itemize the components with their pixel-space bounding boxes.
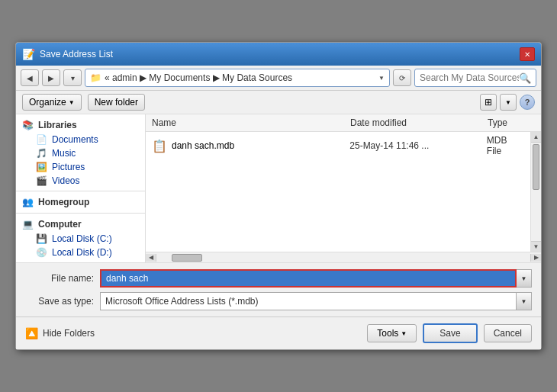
dialog-footer: 🔼 Hide Folders Tools ▼ Save Cancel (16, 316, 541, 349)
scroll-thumb-horiz[interactable] (172, 254, 202, 262)
bottom-fields: File name: ▼ Save as type: Microsoft Off… (16, 262, 541, 316)
pictures-icon: 🖼️ (36, 162, 47, 172)
file-area-container: Name Date modified Type 📋 danh sach.mdb … (146, 114, 541, 262)
view-icon: ⊞ (485, 97, 492, 108)
file-icon: 📋 (152, 139, 167, 153)
computer-icon: 💻 (22, 219, 34, 230)
videos-label: Videos (52, 175, 79, 186)
new-folder-button[interactable]: New folder (88, 94, 145, 111)
action-bar-right: ⊞ ▼ ? (480, 94, 535, 111)
libraries-icon: 📚 (22, 120, 34, 130)
sidebar-divider-1 (16, 191, 145, 191)
breadcrumb[interactable]: 📁 « admin ▶ My Documents ▶ My Data Sourc… (85, 69, 390, 87)
hide-folders-icon: 🔼 (25, 327, 38, 339)
save-as-dropdown[interactable]: Microsoft Office Address Lists (*.mdb) (100, 292, 517, 310)
col-type-header[interactable]: Type (481, 117, 514, 128)
save-button[interactable]: Save (423, 323, 477, 343)
refresh-button[interactable]: ⟳ (393, 69, 411, 86)
search-input[interactable] (420, 72, 519, 83)
sidebar-item-local-disk-c[interactable]: 💾 Local Disk (C:) (16, 232, 145, 246)
breadcrumb-text: « admin ▶ My Documents ▶ My Data Sources (105, 72, 292, 83)
file-name-field[interactable] (100, 269, 517, 288)
sidebar-item-videos[interactable]: 🎬 Videos (16, 174, 145, 188)
title-controls: ✕ (520, 47, 535, 61)
file-name-dropdown-arrow[interactable]: ▼ (517, 269, 532, 288)
title-bar: 📝 Save Address List ✕ (16, 43, 541, 66)
vertical-scrollbar[interactable]: ▲ ▼ (530, 132, 541, 252)
file-name: danh sach.mdb (172, 140, 234, 151)
tools-button[interactable]: Tools ▼ (367, 324, 417, 342)
sidebar-item-local-disk-d[interactable]: 💿 Local Disk (D:) (16, 246, 145, 259)
homegroup-label: Homegroup (38, 197, 89, 207)
documents-icon: 📄 (36, 134, 47, 145)
sidebar-divider-2 (16, 213, 145, 214)
file-name-cell: 📋 danh sach.mdb (146, 139, 343, 153)
sidebar-item-pictures[interactable]: 🖼️ Pictures (16, 160, 145, 174)
sidebar-item-homegroup[interactable]: 👥 Homegroup (16, 194, 145, 210)
save-as-label: Save as type: (25, 296, 94, 307)
file-header: Name Date modified Type (146, 114, 541, 132)
scroll-thumb-vert[interactable] (533, 144, 539, 190)
back-button[interactable]: ◀ (21, 69, 39, 86)
music-label: Music (52, 148, 76, 159)
sidebar-item-computer[interactable]: 💻 Computer (16, 217, 145, 232)
footer-right: Tools ▼ Save Cancel (367, 323, 532, 343)
libraries-label: Libraries (38, 120, 77, 130)
toolbar: ◀ ▶ ▾ 📁 « admin ▶ My Documents ▶ My Data… (16, 66, 541, 91)
homegroup-icon: 👥 (22, 197, 34, 207)
local-disk-d-label: Local Disk (D:) (52, 247, 112, 258)
window-title: Save Address List (40, 49, 113, 59)
tools-dropdown-icon: ▼ (401, 330, 407, 337)
cancel-button[interactable]: Cancel (484, 324, 532, 342)
save-as-dropdown-arrow[interactable]: ▼ (517, 292, 532, 310)
save-as-row: Save as type: Microsoft Office Address L… (25, 292, 532, 310)
file-date-cell: 25-May-14 11:46 ... (343, 140, 481, 151)
tools-label: Tools (377, 328, 398, 339)
col-date-header[interactable]: Date modified (344, 117, 481, 128)
horizontal-scrollbar[interactable]: ◀ ▶ (146, 252, 541, 262)
search-bar: 🔍 (414, 69, 536, 87)
computer-label: Computer (38, 219, 82, 230)
music-icon: 🎵 (36, 148, 47, 159)
action-bar-left: Organize ▼ New folder (22, 94, 145, 111)
documents-label: Documents (52, 134, 98, 145)
breadcrumb-dropdown-icon[interactable]: ▼ (378, 75, 385, 82)
table-row[interactable]: 📋 danh sach.mdb 25-May-14 11:46 ... MDB … (146, 132, 530, 159)
file-type-cell: MDB File (481, 135, 530, 156)
dropdown-nav-button[interactable]: ▾ (63, 69, 82, 86)
local-disk-c-label: Local Disk (C:) (52, 233, 112, 244)
help-button[interactable]: ? (520, 95, 535, 110)
view-dropdown-button[interactable]: ▼ (500, 94, 517, 111)
search-icon[interactable]: 🔍 (519, 72, 531, 84)
save-as-input-container: Microsoft Office Address Lists (*.mdb) ▼ (100, 292, 532, 310)
word-icon: 📝 (22, 48, 35, 60)
file-main: 📋 danh sach.mdb 25-May-14 11:46 ... MDB … (146, 132, 541, 252)
local-disk-c-icon: 💾 (36, 233, 47, 244)
title-bar-left: 📝 Save Address List (22, 48, 113, 60)
file-name-row: File name: ▼ (25, 269, 532, 288)
view-button[interactable]: ⊞ (480, 94, 497, 111)
main-area: 📚 Libraries 📄 Documents 🎵 Music 🖼️ Pictu… (16, 114, 541, 262)
organize-button[interactable]: Organize ▼ (22, 94, 82, 111)
forward-button[interactable]: ▶ (42, 69, 60, 86)
hide-folders-button[interactable]: 🔼 Hide Folders (25, 327, 95, 339)
file-name-input-container: ▼ (100, 269, 532, 288)
file-name-label: File name: (25, 273, 94, 284)
videos-icon: 🎬 (36, 175, 47, 186)
close-button[interactable]: ✕ (520, 47, 535, 61)
local-disk-d-icon: 💿 (36, 247, 47, 258)
sidebar-item-libraries[interactable]: 📚 Libraries (16, 117, 145, 133)
col-name-header[interactable]: Name (146, 117, 344, 128)
sidebar-item-documents[interactable]: 📄 Documents (16, 133, 145, 146)
hide-folders-label: Hide Folders (43, 328, 95, 339)
sidebar-item-music[interactable]: 🎵 Music (16, 146, 145, 160)
organize-dropdown-icon: ▼ (69, 99, 75, 106)
folder-icon: 📁 (90, 72, 101, 83)
dialog-window: 📝 Save Address List ✕ ◀ ▶ ▾ 📁 « admin ▶ … (15, 42, 542, 350)
file-list: 📋 danh sach.mdb 25-May-14 11:46 ... MDB … (146, 132, 530, 252)
organize-label: Organize (29, 97, 66, 108)
action-bar: Organize ▼ New folder ⊞ ▼ ? (16, 91, 541, 114)
sidebar: 📚 Libraries 📄 Documents 🎵 Music 🖼️ Pictu… (16, 114, 146, 262)
pictures-label: Pictures (52, 162, 85, 172)
